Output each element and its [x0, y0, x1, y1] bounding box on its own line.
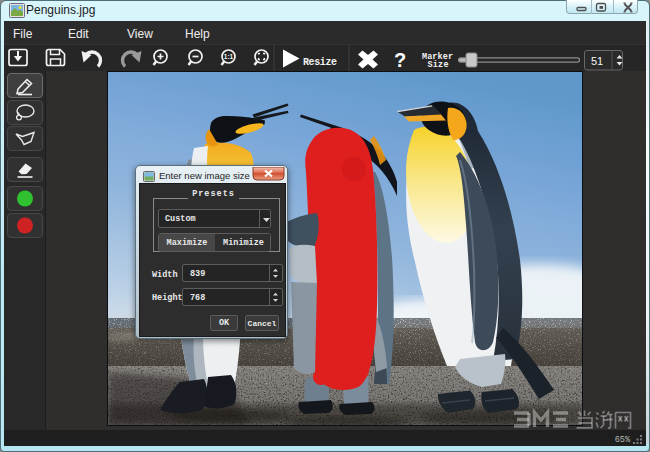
svg-text:1:1: 1:1: [224, 53, 234, 60]
svg-text:Size: Size: [428, 60, 449, 70]
svg-text:51: 51: [591, 55, 603, 67]
svg-text:Resize: Resize: [303, 57, 337, 68]
svg-text:?: ?: [394, 49, 406, 71]
